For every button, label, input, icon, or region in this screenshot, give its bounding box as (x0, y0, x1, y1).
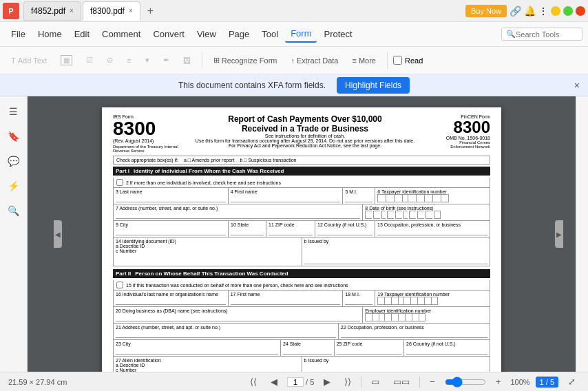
form-title3: See instructions for definition of cash. (194, 134, 416, 138)
sidebar-comment-icon[interactable]: 💬 (4, 151, 23, 171)
field5-input[interactable] (345, 194, 372, 202)
field5-label: 5 M.I. (345, 189, 372, 194)
sidebar-tools-icon[interactable]: ⚡ (4, 176, 23, 196)
status-sep2 (419, 377, 420, 388)
maximize-button[interactable] (563, 6, 573, 16)
tab-f4852-label: f4852.pdf (31, 6, 65, 16)
field2-checkbox[interactable] (116, 179, 123, 186)
first-page-button[interactable]: ⟨⟨ (246, 375, 261, 388)
dept-text: Department of the Treasury Internal Reve… (113, 145, 189, 153)
field26-cell: 26 Country (if not U.S.) (404, 340, 490, 356)
form-title-center: Report of Cash Payments Over $10,000 Rec… (189, 114, 421, 148)
field9-cell: 9 City (114, 221, 229, 237)
menu-bar: File Home Edit Comment Convert View Page… (0, 22, 588, 47)
list-button[interactable]: ≡ (121, 54, 136, 67)
field4-input[interactable] (231, 194, 341, 202)
tab-f4852-close[interactable]: × (70, 7, 74, 14)
zoom-in-button[interactable]: + (492, 375, 505, 388)
total-pages-label: 5 (310, 378, 314, 386)
right-panel-collapse[interactable]: ▶ (555, 220, 563, 248)
add-tab-button[interactable]: + (142, 2, 159, 20)
notification-icon[interactable]: 🔔 (524, 6, 536, 17)
extract-data-button[interactable]: ↑ Extract Data (285, 54, 344, 67)
menu-home[interactable]: Home (32, 26, 67, 42)
field6-grid (377, 194, 487, 202)
field19-cell: 19 Taxpayer identification number (375, 290, 490, 306)
recognize-form-button[interactable]: ⊞ Recognize Form (208, 54, 283, 67)
field15-checkbox[interactable] (116, 282, 123, 288)
toolbar: T Add Text ▦ ☑ ⊙ ≡ ▾ ✒ 🖼 ⊞ Recognize For… (0, 47, 588, 74)
field3-input[interactable] (116, 194, 226, 202)
menu-tool[interactable]: Tool (256, 26, 284, 42)
app-logo: P (3, 3, 19, 19)
field12-label: 12 Country (if not U.S.) (317, 222, 372, 227)
sidebar-search-icon[interactable]: 🔍 (4, 201, 23, 220)
sign-icon: ✒ (163, 56, 169, 65)
image-button[interactable]: 🖼 (178, 54, 196, 67)
status-bar: 21.59 × 27.94 cm ⟨⟨ ◀ / 5 ▶ ⟩⟩ ▭ ▭▭ − + … (0, 372, 588, 391)
close-button[interactable] (576, 6, 585, 16)
pdf-viewer[interactable]: ◀ IRS Form 8300 (Rev. August 2014) Depar… (28, 96, 576, 372)
sidebar-pages-icon[interactable]: ☰ (4, 102, 23, 121)
field16-cell: 16 Individual's last name or organizatio… (114, 290, 229, 306)
tab-f8300-close[interactable]: × (129, 7, 133, 14)
menu-view[interactable]: View (191, 26, 222, 42)
add-text-button[interactable]: T Add Text (6, 54, 52, 67)
read-checkbox-label[interactable]: Read (393, 56, 423, 65)
menu-edit[interactable]: Edit (69, 26, 95, 42)
prev-page-button[interactable]: ◀ (266, 375, 282, 388)
suspicious-checkbox: b □ Suspicious transaction (240, 158, 296, 162)
page-number-input[interactable] (287, 377, 304, 387)
field7-cell: 7 Address (number, street, and apt. or s… (114, 204, 363, 220)
more-button[interactable]: ≡ More (347, 54, 381, 67)
minimize-button[interactable] (551, 6, 560, 16)
search-tools-input[interactable] (516, 30, 578, 39)
sign-button[interactable]: ✒ (158, 54, 175, 67)
field-button[interactable]: ▦ (55, 53, 78, 67)
field14c-label: c Number (116, 249, 300, 253)
checkbox-button[interactable]: ☑ (81, 54, 98, 67)
double-page-button[interactable]: ▭▭ (389, 375, 414, 388)
next-page-button[interactable]: ▶ (319, 375, 335, 388)
sidebar-bookmark-icon[interactable]: 🔖 (4, 127, 23, 146)
menu-protect[interactable]: Protect (318, 26, 357, 42)
menu-icon[interactable]: ⋮ (538, 6, 548, 17)
fullscreen-button[interactable]: ⤢ (564, 375, 580, 388)
last-page-button[interactable]: ⟩⟩ (340, 375, 355, 388)
tab-f4852[interactable]: f4852.pdf × (23, 1, 81, 21)
row-21-22: 21 Address (number, street, and apt. or … (113, 324, 490, 340)
menu-file[interactable]: File (6, 26, 31, 42)
row-27: 27 Alien identification a Describe ID c … (113, 357, 490, 372)
tab-f8300[interactable]: f8300.pdf × (83, 1, 140, 21)
buy-now-button[interactable]: Buy Now (465, 5, 507, 17)
highlight-fields-button[interactable]: Highlight Fields (337, 77, 410, 94)
read-checkbox[interactable] (393, 56, 402, 65)
menu-convert[interactable]: Convert (147, 26, 190, 42)
zoom-slider[interactable] (445, 377, 486, 388)
main-layout: ☰ 🔖 💬 ⚡ 🔍 ◀ IRS Form 8300 (Rev. August 2… (0, 96, 588, 372)
radio-button[interactable]: ⊙ (101, 54, 118, 67)
field13-label: 13 Occupation, profession, or business (377, 222, 487, 227)
field15-row: 15 If this transaction was conducted on … (113, 280, 490, 290)
share-icon[interactable]: 🔗 (510, 6, 521, 17)
right-sidebar (576, 96, 588, 372)
zoom-level-label: 100% (510, 378, 529, 386)
search-tools-box[interactable]: 🔍 (501, 28, 582, 41)
notification-close-button[interactable]: × (574, 80, 580, 91)
field7-input[interactable] (116, 211, 360, 219)
row-3456: 3 Last name 4 First name 5 M.I. 6 Taxpay… (113, 188, 490, 204)
single-page-button[interactable]: ▭ (367, 375, 384, 388)
field5-cell: 5 M.I. (343, 188, 375, 204)
menu-page[interactable]: Page (223, 26, 255, 42)
zoom-out-button[interactable]: − (426, 375, 439, 388)
dropdown-button[interactable]: ▾ (140, 54, 155, 67)
left-sidebar: ☰ 🔖 💬 ⚡ 🔍 (0, 96, 28, 372)
menu-form[interactable]: Form (285, 25, 317, 43)
omb-number: OMB No. 1506-0018 (421, 136, 490, 140)
menu-comment[interactable]: Comment (96, 26, 146, 42)
left-panel-collapse[interactable]: ◀ (54, 220, 62, 248)
part2-title: Person on Whose Behalf This Transaction … (135, 271, 288, 277)
more-icon: ≡ (353, 56, 357, 65)
field9-label: 9 City (116, 222, 226, 227)
amends-checkbox: a □ Amends prior report (184, 158, 234, 162)
